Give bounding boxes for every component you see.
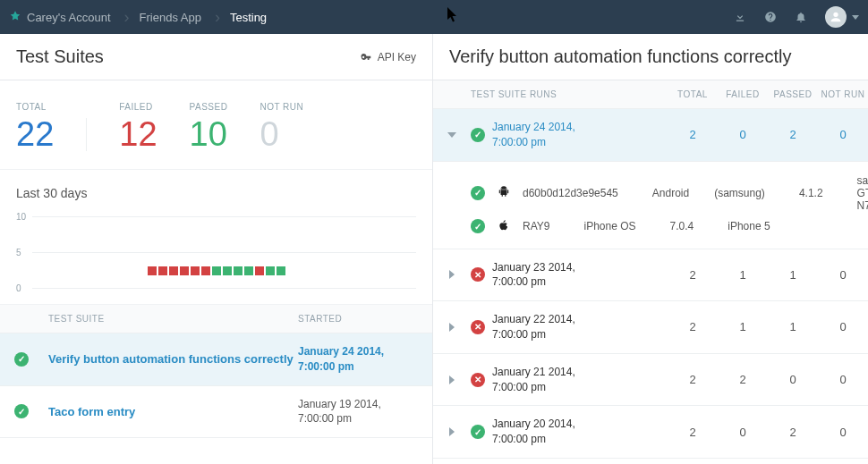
chart-bar — [255, 266, 264, 275]
stat-value: 10 — [190, 117, 228, 151]
run-passed: 2 — [768, 128, 818, 141]
api-key-button[interactable]: API Key — [360, 51, 416, 63]
detail-title: Verify button automation functions corre… — [449, 46, 791, 67]
table-row[interactable]: ✓Taco form entryJanuary 19 2014,7:00:00 … — [0, 386, 432, 439]
chart-title: Last 30 days — [16, 186, 416, 200]
run-total: 2 — [668, 268, 718, 282]
chart: Last 30 days 10 5 0 — [0, 170, 432, 305]
run-notrun: 0 — [818, 128, 868, 141]
chart-area: 10 5 0 — [16, 216, 416, 288]
chart-bar — [191, 266, 200, 275]
breadcrumb: Carey's Account › Friends App › Testing — [0, 0, 283, 34]
breadcrumb-app[interactable]: Friends App › — [127, 0, 217, 34]
expand-toggle-icon[interactable] — [449, 270, 455, 279]
stat-value: 22 — [16, 117, 54, 151]
left-panel-header: Test Suites API Key — [0, 34, 432, 80]
run-passed: 0 — [768, 373, 818, 386]
breadcrumb-account[interactable]: Carey's Account › — [0, 0, 127, 34]
col-header-started: STARTED — [298, 314, 432, 324]
stat-value: 12 — [119, 117, 157, 151]
run-passed: 1 — [768, 268, 818, 282]
avatar — [825, 6, 847, 28]
api-key-label: API Key — [378, 51, 416, 63]
run-notrun: 0 — [818, 426, 868, 439]
logo-icon — [9, 10, 21, 25]
run-date: January 24 2014,7:00:00 pm — [492, 120, 575, 150]
stat-label: NOT RUN — [260, 102, 303, 112]
run-notrun: 0 — [818, 268, 868, 282]
run-failed: 0 — [718, 128, 768, 141]
run-date: January 23 2014,7:00:00 pm — [492, 260, 575, 291]
col-header-passed: PASSED — [768, 89, 818, 99]
run-total: 2 — [668, 373, 718, 386]
check-icon: ✓ — [471, 128, 485, 142]
run-notrun: 0 — [818, 320, 868, 333]
apple-icon — [498, 219, 510, 234]
stat-failed: FAILED 12 — [119, 102, 157, 151]
chart-bar — [277, 266, 285, 275]
breadcrumb-section[interactable]: Testing — [217, 0, 283, 34]
key-icon — [360, 51, 372, 63]
run-passed: 2 — [768, 426, 818, 439]
run-total: 2 — [668, 128, 718, 141]
col-header-notrun: NOT RUN — [818, 89, 868, 99]
table-row[interactable]: ✕January 23 2014,7:00:00 pm2110 — [433, 249, 868, 302]
chart-ytick: 10 — [16, 212, 26, 222]
breadcrumb-label: Carey's Account — [27, 11, 111, 24]
check-icon: ✓ — [471, 219, 485, 233]
right-panel-header: Verify button automation functions corre… — [433, 34, 868, 80]
expand-toggle-icon[interactable] — [449, 323, 455, 332]
suite-table-header: TEST SUITE STARTED — [0, 305, 432, 333]
check-icon: ✓ — [471, 425, 485, 439]
suite-started: January 24 2014,7:00:00 pm — [298, 344, 432, 375]
chart-ytick: 5 — [16, 248, 21, 257]
device-id: d60b0d12d3e9e545 — [523, 187, 618, 199]
bell-icon[interactable] — [786, 11, 816, 23]
expand-toggle-icon[interactable] — [449, 427, 455, 436]
run-notrun: 0 — [818, 373, 868, 386]
topbar: Carey's Account › Friends App › Testing — [0, 0, 868, 34]
stat-total: TOTAL 22 — [16, 102, 54, 151]
chart-bar — [234, 266, 243, 275]
android-icon — [498, 185, 510, 200]
x-icon: ✕ — [471, 320, 485, 334]
expand-toggle-icon[interactable] — [449, 375, 455, 384]
help-icon[interactable] — [755, 11, 786, 23]
check-icon: ✓ — [14, 352, 29, 367]
run-total: 2 — [668, 320, 718, 333]
run-total: 2 — [668, 426, 718, 439]
run-date: January 21 2014,7:00:00 pm — [492, 365, 575, 395]
download-icon[interactable] — [725, 11, 755, 23]
stat-notrun: NOT RUN 0 — [260, 102, 303, 151]
stat-label: PASSED — [190, 102, 228, 112]
expand-toggle-icon[interactable] — [447, 132, 456, 138]
device-row: ✓RAY9 iPhone OS 7.0.4 iPhone 5 — [471, 215, 868, 238]
table-row[interactable]: ✕January 21 2014,7:00:00 pm2200 — [433, 354, 868, 407]
col-header-total: TOTAL — [668, 89, 718, 99]
col-header-failed: FAILED — [718, 89, 768, 99]
chart-bar — [212, 266, 221, 275]
chart-bar — [148, 266, 157, 275]
nav-actions — [725, 0, 868, 34]
table-row[interactable]: ✓Verify button automation functions corr… — [0, 333, 432, 386]
device-row: ✓d60b0d12d3e9e545 Android(samsung) 4.1.2… — [471, 171, 868, 215]
table-row[interactable]: ✕January 22 2014,7:00:00 pm2110 — [433, 301, 868, 354]
table-row[interactable]: ✓January 20 2014,7:00:00 pm2020 — [433, 406, 868, 459]
check-icon: ✓ — [471, 186, 485, 200]
table-row[interactable]: ✓January 24 2014,7:00:00 pm2020 — [433, 109, 868, 162]
breadcrumb-label: Friends App — [140, 11, 201, 24]
page-title: Test Suites — [16, 46, 104, 67]
suite-name-link[interactable]: Verify button automation functions corre… — [48, 352, 294, 366]
chart-bar — [223, 266, 232, 275]
runs-table-header: TEST SUITE RUNS TOTAL FAILED PASSED NOT … — [433, 80, 868, 109]
chevron-down-icon — [852, 15, 859, 20]
chart-bar — [244, 266, 253, 275]
stat-passed: PASSED 10 — [190, 102, 228, 151]
x-icon: ✕ — [471, 267, 485, 282]
suite-name-link[interactable]: Taco form entry — [48, 405, 135, 418]
run-failed: 0 — [718, 426, 768, 439]
run-date: January 20 2014,7:00:00 pm — [492, 417, 575, 447]
run-date: January 22 2014,7:00:00 pm — [492, 312, 575, 342]
avatar-menu[interactable] — [816, 6, 868, 28]
stat-label: TOTAL — [16, 102, 54, 112]
